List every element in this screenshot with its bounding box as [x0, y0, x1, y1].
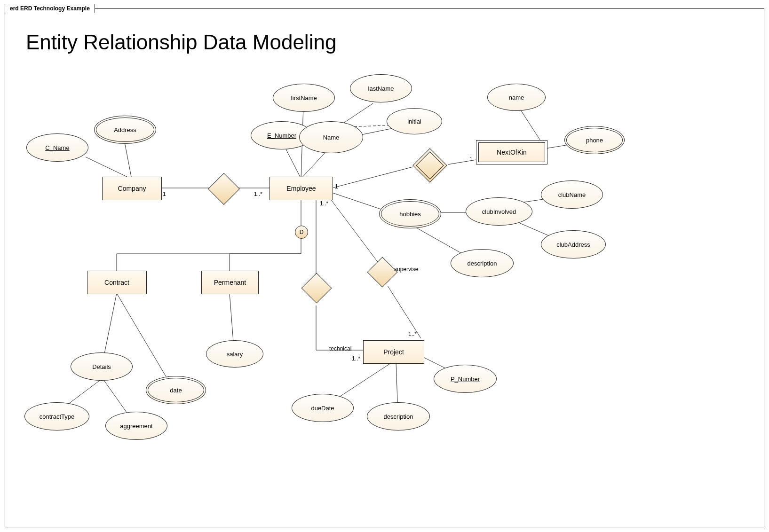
attr-due-date[interactable]: dueDate: [292, 394, 354, 422]
attr-club-name[interactable]: clubName: [541, 180, 603, 209]
entity-project[interactable]: Project: [363, 340, 424, 364]
entity-label: Company: [118, 185, 146, 192]
attr-club-address[interactable]: clubAddress: [541, 230, 606, 258]
card-nok: 1: [469, 156, 473, 163]
attr-last-name[interactable]: lastName: [350, 74, 412, 102]
entity-label: Employee: [286, 185, 316, 192]
entity-employee[interactable]: Employee: [270, 177, 333, 200]
attr-hobby-description[interactable]: description: [451, 249, 514, 277]
attr-label: phone: [586, 137, 603, 144]
attr-contract-type[interactable]: contractType: [24, 402, 89, 430]
card-company: 1: [163, 191, 166, 197]
attr-label: clubAddress: [556, 241, 590, 248]
attr-label: initial: [407, 118, 421, 125]
card-project-sup: 1..*: [408, 331, 417, 337]
entity-contract[interactable]: Contract: [87, 271, 147, 294]
attr-details[interactable]: Details: [71, 352, 133, 381]
attr-salary[interactable]: salary: [206, 340, 263, 368]
card-project-tech: 1..*: [352, 355, 360, 362]
attr-c-name[interactable]: C_Name: [26, 133, 88, 162]
attr-label: description: [468, 260, 497, 267]
attr-nok-name[interactable]: name: [487, 84, 546, 111]
attr-date[interactable]: date: [146, 376, 206, 404]
attr-label: Address: [114, 126, 136, 133]
attr-project-description[interactable]: description: [367, 402, 430, 430]
attr-label: dueDate: [311, 405, 334, 412]
relationship-supervise[interactable]: [372, 261, 392, 282]
attr-initial[interactable]: initial: [387, 108, 442, 134]
entity-label: Project: [383, 348, 404, 356]
entity-label: NextOfKin: [497, 149, 527, 156]
attr-first-name[interactable]: firstName: [273, 84, 335, 112]
entity-label: Permenant: [214, 279, 246, 286]
disjoint-label: D: [300, 229, 304, 235]
attr-label: clubInvolved: [482, 208, 516, 215]
attr-label: description: [384, 413, 413, 420]
attr-label: clubName: [558, 191, 586, 198]
label-supervise: supervise: [394, 266, 418, 273]
disjoint-indicator: D: [295, 226, 308, 239]
attr-label: C_Name: [45, 144, 69, 151]
attr-label: name: [509, 94, 524, 101]
relationship-company-employee[interactable]: [213, 178, 234, 199]
attr-phone[interactable]: phone: [564, 126, 625, 154]
attr-label: Name: [323, 134, 340, 141]
attr-label: salary: [227, 351, 243, 358]
entity-label: Contract: [104, 279, 129, 286]
entity-permanent[interactable]: Permenant: [201, 271, 259, 294]
entity-company[interactable]: Company: [102, 177, 162, 200]
attr-label: E_Number: [267, 132, 296, 139]
card-employee-company: 1..*: [254, 191, 262, 197]
attr-club-involved[interactable]: clubInvolved: [466, 197, 532, 226]
diagram-canvas: erd ERD Technology Example Entity Relati…: [0, 0, 769, 532]
attr-label: date: [170, 387, 182, 394]
attr-label: firstName: [291, 94, 317, 102]
entity-nextofkin[interactable]: NextOfKin: [476, 140, 547, 164]
attr-name-composite[interactable]: Name: [299, 121, 363, 153]
diagram-tab: erd ERD Technology Example: [5, 4, 95, 13]
attr-hobbies[interactable]: hobbies: [379, 199, 441, 228]
attr-address[interactable]: Address: [94, 116, 156, 144]
card-employee-nok: 1: [335, 183, 338, 190]
relationship-technical[interactable]: [306, 277, 326, 298]
attr-aggreement[interactable]: aggreement: [105, 412, 167, 440]
attr-label: hobbies: [399, 211, 421, 218]
diagram-title: Entity Relationship Data Modeling: [26, 31, 336, 54]
attr-label: Details: [92, 363, 111, 370]
attr-label: aggreement: [120, 422, 152, 430]
card-employee-project: 1..*: [320, 200, 328, 207]
attr-label: P_Number: [451, 376, 480, 383]
attr-p-number[interactable]: P_Number: [434, 365, 497, 393]
relationship-employee-nextofkin[interactable]: [418, 153, 441, 177]
attr-label: contractType: [40, 413, 74, 420]
attr-label: lastName: [368, 85, 394, 92]
label-technical: technical: [329, 345, 351, 352]
